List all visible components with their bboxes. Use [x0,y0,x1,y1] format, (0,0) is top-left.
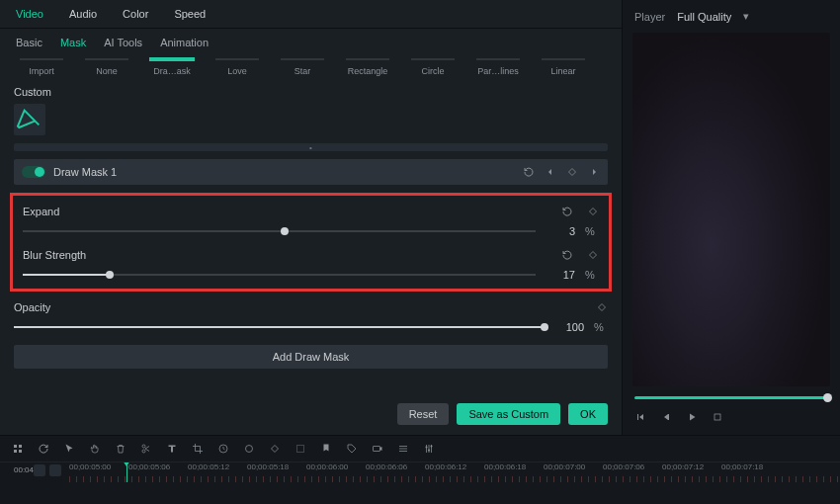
timeline-ruler[interactable]: 00:04:18 00;00:05:00 00;00:05:06 00;00:0… [0,462,840,482]
tl-mixer-icon[interactable] [423,443,435,455]
svg-rect-8 [374,447,380,452]
app-root: Video Audio Color Speed Basic Mask AI To… [0,0,840,504]
shape-circle[interactable]: Circle [405,58,461,76]
timeline: 00:04:18 00;00:05:00 00;00:05:06 00;00:0… [0,435,840,504]
stop-icon[interactable] [712,411,723,423]
tl-track-icon[interactable] [397,443,409,455]
keyframe-diamond-icon[interactable] [566,166,578,178]
blur-label: Blur Strength [23,249,86,261]
reset-button[interactable]: Reset [397,403,450,425]
prop-opacity: Opacity 100 % [0,297,622,333]
shape-draw-mask[interactable]: Dra…ask [144,58,200,76]
tl-split-icon[interactable] [140,443,152,455]
expand-unit: % [585,225,599,237]
opacity-keyframe-icon[interactable] [596,301,608,313]
tl-select-icon[interactable] [294,443,306,455]
svg-rect-4 [19,450,22,453]
tl-record-icon[interactable] [372,443,383,455]
step-back-icon[interactable] [660,411,672,423]
timeline-stamp: 00;00:05:12 [188,462,247,471]
tl-marker-icon[interactable] [320,443,332,455]
sub-tabs: Basic Mask AI Tools Animation [0,29,622,56]
timeline-stamp: 00;00:05:00 [69,462,128,471]
player-scrubber[interactable] [634,396,828,399]
blur-reset-icon[interactable] [561,249,573,261]
tl-crop-icon[interactable] [192,443,204,455]
timeline-stamp: 00;00:07:18 [721,462,781,471]
tl-speed-icon[interactable] [217,443,229,455]
subtab-aitools[interactable]: AI Tools [104,37,142,48]
main-tabs: Video Audio Color Speed [0,0,622,29]
opacity-value[interactable]: 100 [554,321,584,333]
tl-trash-icon[interactable] [115,443,126,455]
add-draw-mask-button[interactable]: Add Draw Mask [14,345,608,369]
tl-color-icon[interactable] [243,443,255,455]
shape-linear[interactable]: Linear [536,58,591,76]
player-quality-dropdown[interactable]: Full Quality [677,11,731,23]
shape-rectangle[interactable]: Rectangle [340,58,395,76]
blur-slider[interactable] [23,274,536,276]
prop-blur: Blur Strength 17 % [19,245,603,281]
svg-point-11 [431,446,433,448]
timeline-playhead[interactable] [126,462,127,482]
opacity-unit: % [594,321,608,333]
highlighted-section: Expand 3 % [10,193,612,292]
shape-star[interactable]: Star [275,58,330,76]
tl-text-icon[interactable] [166,443,178,455]
tl-tag-icon[interactable] [346,443,358,455]
mask-enable-toggle[interactable] [22,166,45,178]
subtab-mask[interactable]: Mask [60,37,86,48]
blur-keyframe-icon[interactable] [587,249,599,261]
svg-rect-7 [297,446,304,453]
tl-chip-icon[interactable] [34,464,45,476]
mask-item-header: Draw Mask 1 [14,159,608,185]
custom-label: Custom [0,78,622,104]
tab-video[interactable]: Video [16,8,43,20]
chevron-down-icon[interactable]: ▾ [743,10,749,23]
expand-keyframe-icon[interactable] [587,206,599,217]
reset-icon[interactable] [523,166,535,178]
shape-import[interactable]: Import [14,58,69,76]
subtab-basic[interactable]: Basic [16,37,42,48]
shape-none[interactable]: None [79,58,134,76]
player-controls [623,405,840,435]
prop-expand: Expand 3 % [19,202,603,237]
tl-grid-icon[interactable] [12,443,24,455]
timeline-stamp: 00;00:07:00 [544,462,603,471]
tl-hand-icon[interactable] [89,443,101,455]
timeline-stamp: 00;00:05:18 [247,462,306,471]
svg-rect-1 [14,445,17,448]
tab-color[interactable]: Color [123,8,148,20]
shape-love[interactable]: Love [210,58,265,76]
keyframe-prev-icon[interactable] [545,166,556,178]
tl-keyframe-icon[interactable] [269,443,281,455]
svg-rect-2 [19,445,22,448]
tl-cursor-icon[interactable] [63,443,75,455]
subtab-animation[interactable]: Animation [160,37,209,48]
timeline-stamp: 00;00:06:06 [366,462,425,471]
expand-value[interactable]: 3 [546,225,575,237]
tl-chip-icon[interactable] [49,464,61,476]
keyframe-next-icon[interactable] [588,166,600,178]
opacity-slider[interactable] [14,326,545,328]
expand-slider[interactable] [23,230,536,232]
prev-frame-icon[interactable] [634,411,646,423]
tab-speed[interactable]: Speed [174,8,206,20]
play-icon[interactable] [686,411,698,423]
svg-point-9 [426,447,428,449]
ok-button[interactable]: OK [568,403,608,425]
timeline-stamp: 00;00:07:06 [603,462,662,471]
blur-value[interactable]: 17 [546,269,575,281]
save-as-custom-button[interactable]: Save as Custom [457,403,560,425]
custom-pen-tool[interactable] [14,104,45,135]
tl-redo-icon[interactable] [38,443,49,455]
tab-audio[interactable]: Audio [69,8,97,20]
collapse-handle[interactable]: • [14,143,608,151]
expand-reset-icon[interactable] [561,206,573,217]
opacity-label: Opacity [14,301,50,313]
mask-shape-row: Import None Dra…ask Love Star Rectangle … [0,56,622,78]
shape-parallel[interactable]: Par…lines [470,58,526,76]
timeline-stamp: 00;00:06:18 [484,462,544,471]
timeline-ticks [69,476,840,482]
player-viewport[interactable] [632,33,830,386]
